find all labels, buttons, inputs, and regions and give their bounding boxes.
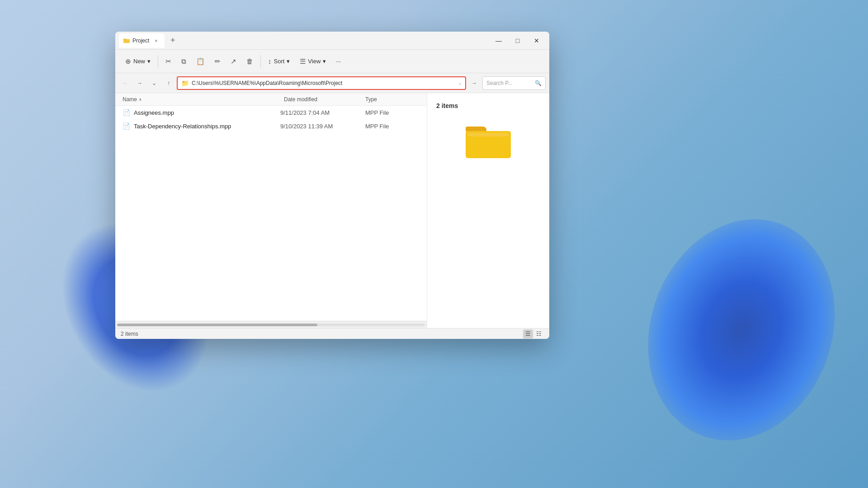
preview-folder-icon xyxy=(466,123,511,162)
table-row[interactable]: 📄 Task-Dependency-Relationships.mpp 9/10… xyxy=(115,119,427,133)
recent-locations-button[interactable]: ⌄ xyxy=(148,77,160,89)
svg-rect-4 xyxy=(468,133,509,136)
file-list-pane: Name ∧ Date modified Type 📄 Assignees.mp… xyxy=(115,93,427,328)
copy-button[interactable]: ⧉ xyxy=(177,53,191,70)
toolbar: ⊕ New ▾ ✂ ⧉ 📋 ✏ ↗ 🗑 ↕ xyxy=(115,50,549,73)
file-date-0: 9/11/2023 7:04 AM xyxy=(280,109,362,116)
preview-items-count: 2 items xyxy=(436,102,458,109)
view-icon: ☰ xyxy=(300,57,306,66)
new-button[interactable]: ⊕ New ▾ xyxy=(121,53,155,70)
address-dropdown-icon[interactable]: ⌄ xyxy=(458,80,462,85)
rename-button[interactable]: ✏ xyxy=(210,53,225,70)
col-name-header[interactable]: Name ∧ xyxy=(123,96,284,103)
sort-arrow-icon: ∧ xyxy=(139,97,142,102)
svg-rect-1 xyxy=(123,39,130,43)
content-area: Name ∧ Date modified Type 📄 Assignees.mp… xyxy=(115,93,549,328)
share-icon: ↗ xyxy=(231,57,236,66)
col-date-header[interactable]: Date modified xyxy=(284,96,365,103)
file-name-0: Assignees.mpp xyxy=(134,109,277,116)
title-bar: Project × + — □ ✕ xyxy=(115,32,549,50)
address-box[interactable]: 📁 ⌄ xyxy=(177,76,466,90)
more-button[interactable]: ··· xyxy=(331,53,345,70)
view-dropdown-icon: ▾ xyxy=(323,58,326,65)
tab-area: Project × + xyxy=(119,33,490,48)
new-tab-button[interactable]: + xyxy=(166,34,179,47)
maximize-button[interactable]: □ xyxy=(509,33,527,48)
new-icon: ⊕ xyxy=(125,57,131,66)
search-icon: 🔍 xyxy=(535,80,542,86)
toolbar-separator-1 xyxy=(158,55,158,68)
file-type-0: MPP File xyxy=(365,109,420,116)
sort-dropdown-icon: ▾ xyxy=(287,58,290,65)
col-name-label: Name xyxy=(123,96,137,103)
paste-button[interactable]: 📋 xyxy=(192,53,209,70)
toolbar-separator-2 xyxy=(260,55,261,68)
file-type-1: MPP File xyxy=(365,123,420,130)
cut-icon: ✂ xyxy=(165,57,171,66)
forward-button[interactable]: → xyxy=(133,77,146,89)
preview-pane: 2 items xyxy=(427,93,549,328)
cut-button[interactable]: ✂ xyxy=(161,53,176,70)
view-label: View xyxy=(308,58,321,65)
window-controls: — □ ✕ xyxy=(490,33,546,48)
more-label: ··· xyxy=(336,58,341,65)
file-icon-1: 📄 xyxy=(123,122,130,130)
address-input[interactable] xyxy=(192,80,455,86)
explorer-window: Project × + — □ ✕ ⊕ New ▾ ✂ ⧉ 📋 xyxy=(115,32,549,339)
new-dropdown-icon: ▾ xyxy=(147,58,151,65)
grid-view-button[interactable]: ☷ xyxy=(534,329,544,338)
list-view-button[interactable]: ☰ xyxy=(523,329,533,338)
explorer-tab[interactable]: Project × xyxy=(119,33,165,48)
minimize-button[interactable]: — xyxy=(490,33,508,48)
search-box[interactable]: Search P... 🔍 xyxy=(482,76,546,90)
file-icon-0: 📄 xyxy=(123,109,130,116)
view-button[interactable]: ☰ View ▾ xyxy=(295,53,330,70)
paste-icon: 📋 xyxy=(196,57,205,66)
delete-button[interactable]: 🗑 xyxy=(242,53,258,70)
sort-icon: ↕ xyxy=(268,57,272,65)
delete-icon: 🗑 xyxy=(246,57,253,65)
address-bar-area: ← → ⌄ ↑ 📁 ⌄ → Search P... 🔍 xyxy=(115,73,549,93)
back-button[interactable]: ← xyxy=(119,77,132,89)
sort-button[interactable]: ↕ Sort ▾ xyxy=(264,53,294,70)
file-rows: 📄 Assignees.mpp 9/11/2023 7:04 AM MPP Fi… xyxy=(115,106,427,321)
file-name-1: Task-Dependency-Relationships.mpp xyxy=(134,123,277,130)
status-view-buttons: ☰ ☷ xyxy=(523,329,544,338)
status-items-count: 2 items xyxy=(121,331,138,337)
close-button[interactable]: ✕ xyxy=(528,33,546,48)
scrollbar-thumb xyxy=(117,324,317,326)
share-button[interactable]: ↗ xyxy=(226,53,241,70)
tab-title: Project xyxy=(132,38,149,44)
rename-icon: ✏ xyxy=(215,57,221,66)
horizontal-scrollbar[interactable] xyxy=(115,321,427,328)
new-label: New xyxy=(133,58,145,65)
tab-folder-icon xyxy=(123,38,130,44)
scrollbar-track xyxy=(117,324,425,326)
up-button[interactable]: ↑ xyxy=(162,77,175,89)
tab-close-button[interactable]: × xyxy=(152,37,160,45)
folder-large-svg xyxy=(466,123,511,160)
address-folder-icon: 📁 xyxy=(181,80,189,87)
column-headers: Name ∧ Date modified Type xyxy=(115,93,427,106)
status-bar: 2 items ☰ ☷ xyxy=(115,328,549,339)
table-row[interactable]: 📄 Assignees.mpp 9/11/2023 7:04 AM MPP Fi… xyxy=(115,106,427,119)
col-type-header[interactable]: Type xyxy=(365,96,420,103)
sort-label: Sort xyxy=(274,58,285,65)
search-placeholder: Search P... xyxy=(486,80,533,86)
file-date-1: 9/10/2023 11:39 AM xyxy=(280,123,362,130)
go-button[interactable]: → xyxy=(468,77,481,89)
copy-icon: ⧉ xyxy=(181,57,186,66)
